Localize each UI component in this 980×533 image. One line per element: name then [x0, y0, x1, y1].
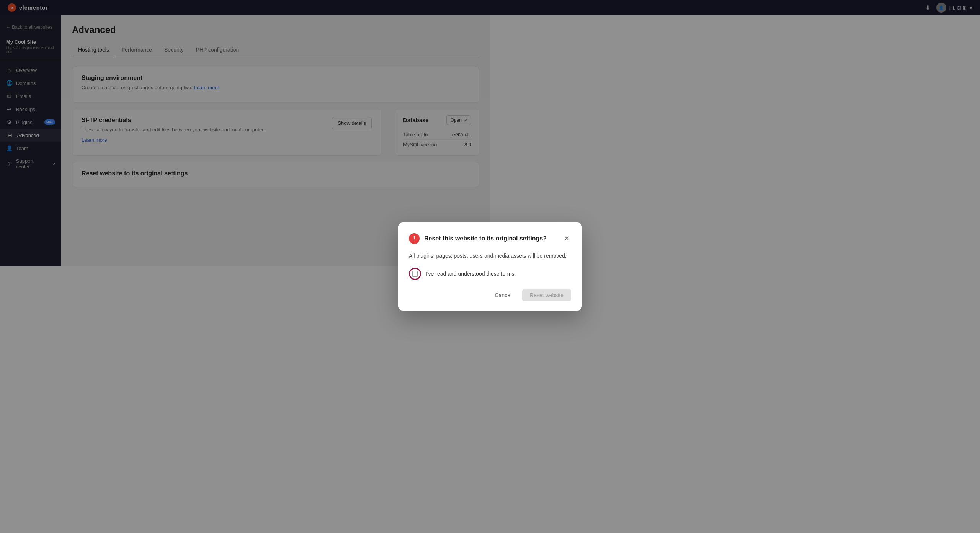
- warning-icon: !: [409, 233, 420, 244]
- modal-overlay: ! Reset this website to its original set…: [0, 0, 490, 266]
- modal-title: Reset this website to its original setti…: [424, 235, 490, 242]
- reset-modal: ! Reset this website to its original set…: [398, 222, 490, 266]
- modal-header: ! Reset this website to its original set…: [409, 233, 490, 244]
- modal-body-text: All plugins, pages, posts, users and med…: [409, 252, 490, 260]
